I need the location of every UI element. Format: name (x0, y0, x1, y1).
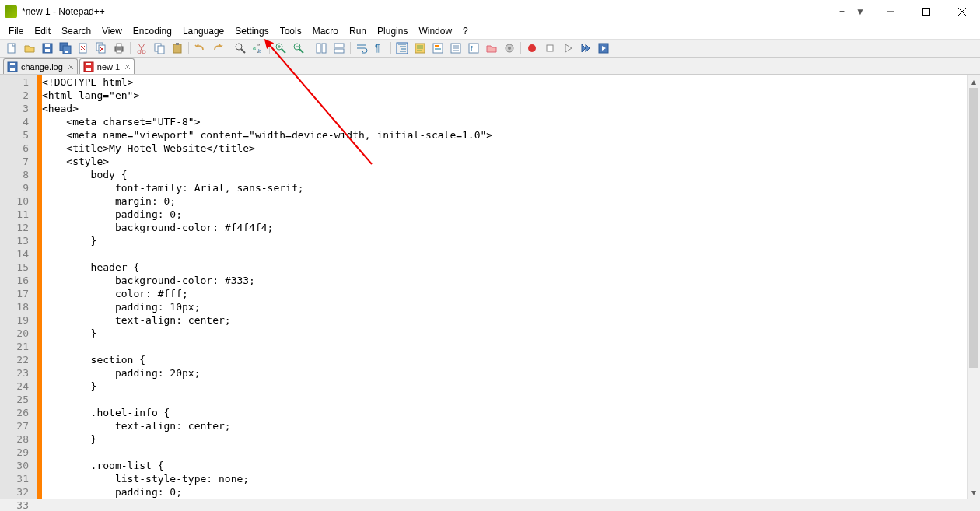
cut-icon[interactable] (133, 40, 150, 56)
print-icon[interactable] (110, 40, 128, 56)
func-list-icon[interactable]: f (465, 40, 482, 56)
paste-icon[interactable] (169, 40, 186, 56)
aux-window-buttons: + ▼ (839, 6, 865, 17)
toolbar-separator (520, 42, 521, 54)
menu-search[interactable]: Search (56, 24, 96, 38)
save-all-icon[interactable] (57, 40, 74, 56)
save-play-icon[interactable] (595, 40, 612, 56)
svg-point-40 (528, 44, 536, 52)
redo-icon[interactable] (209, 40, 226, 56)
folder-icon[interactable] (483, 40, 500, 56)
svg-rect-19 (176, 43, 179, 45)
vertical-scrollbar[interactable]: ▴ ▾ (967, 75, 980, 499)
show-all-icon[interactable]: ¶ (371, 40, 388, 56)
menu-window[interactable]: Window (413, 24, 457, 38)
zoom-in-icon[interactable] (272, 40, 289, 56)
line-number-gutter[interactable]: 1234567891011121314151617181920212223242… (0, 75, 37, 499)
tab-new1[interactable]: new 1 (79, 58, 135, 74)
fastforward-icon[interactable] (577, 40, 594, 56)
tab-bar: change.log new 1 (0, 58, 980, 75)
code-area[interactable]: <!DOCTYPE html><html lang="en"><head> <m… (42, 75, 980, 499)
open-file-icon[interactable] (21, 40, 38, 56)
svg-rect-44 (10, 68, 15, 71)
svg-rect-4 (45, 44, 50, 47)
sync-h-icon[interactable] (331, 40, 348, 56)
menu-language[interactable]: Language (177, 24, 229, 38)
scroll-down-icon[interactable]: ▾ (968, 485, 980, 499)
minimize-button[interactable] (873, 0, 908, 23)
scrollbar-thumb[interactable] (969, 88, 978, 368)
save-icon[interactable] (39, 40, 56, 56)
svg-rect-0 (923, 9, 930, 16)
svg-point-20 (236, 44, 242, 50)
tab-close-icon[interactable] (66, 62, 75, 72)
menu-settings[interactable]: Settings (229, 24, 274, 38)
doc-list-icon[interactable] (447, 40, 464, 56)
svg-rect-7 (65, 51, 68, 53)
menu-run[interactable]: Run (344, 24, 372, 38)
svg-point-14 (138, 51, 141, 54)
maximize-button[interactable] (908, 0, 944, 23)
save-state-saved-icon (7, 61, 18, 72)
window-controls (873, 0, 980, 23)
tab-label: new 1 (97, 62, 120, 72)
udl-icon[interactable] (411, 40, 429, 56)
svg-rect-45 (10, 63, 15, 65)
word-wrap-icon[interactable] (353, 40, 370, 56)
menu-encoding[interactable]: Encoding (128, 24, 177, 38)
toolbar-separator (229, 42, 229, 54)
toolbar-separator (390, 42, 391, 54)
menu-help[interactable]: ? (457, 24, 474, 38)
plus-icon[interactable]: + (839, 6, 845, 17)
scroll-up-icon[interactable]: ▴ (968, 75, 980, 88)
copy-icon[interactable] (151, 40, 168, 56)
svg-rect-33 (435, 45, 439, 47)
svg-rect-41 (547, 45, 553, 51)
record-icon[interactable] (523, 40, 541, 56)
close-all-icon[interactable] (93, 40, 110, 56)
tab-label: change.log (21, 62, 63, 72)
svg-point-39 (508, 47, 511, 50)
close-button[interactable] (944, 0, 980, 23)
sync-v-icon[interactable] (313, 40, 330, 56)
menu-view[interactable]: View (96, 24, 128, 38)
toolbar-separator (310, 42, 310, 54)
replace-icon[interactable]: ab (250, 40, 267, 56)
zoom-out-icon[interactable] (290, 40, 307, 56)
menu-macro[interactable]: Macro (307, 24, 344, 38)
title-bar: *new 1 - Notepad++ + ▼ (0, 0, 980, 23)
menu-edit[interactable]: Edit (29, 24, 56, 38)
editor: 1234567891011121314151617181920212223242… (0, 75, 980, 499)
indent-guide-icon[interactable] (394, 40, 411, 56)
tab-changelog[interactable]: change.log (3, 58, 78, 74)
svg-rect-18 (173, 44, 181, 53)
monitor-icon[interactable] (501, 40, 518, 56)
status-bar (0, 499, 980, 511)
doc-map-icon[interactable] (429, 40, 446, 56)
toolbar: ab ¶ f (0, 39, 980, 58)
dropdown-icon[interactable]: ▼ (856, 6, 865, 17)
tab-close-icon[interactable] (123, 62, 132, 72)
svg-text:¶: ¶ (375, 43, 380, 54)
svg-rect-27 (334, 44, 344, 47)
svg-rect-28 (334, 49, 344, 53)
app-icon (5, 5, 17, 18)
stop-icon[interactable] (541, 40, 558, 56)
svg-rect-34 (435, 48, 441, 50)
svg-rect-12 (117, 44, 121, 47)
menu-bar: File Edit Search View Encoding Language … (0, 23, 980, 39)
menu-file[interactable]: File (3, 24, 29, 38)
svg-rect-25 (317, 44, 320, 53)
toolbar-separator (130, 42, 131, 54)
menu-tools[interactable]: Tools (275, 24, 307, 38)
save-state-unsaved-icon (83, 61, 94, 72)
svg-rect-3 (45, 49, 50, 52)
close-icon[interactable] (75, 40, 92, 56)
menu-plugins[interactable]: Plugins (372, 24, 413, 38)
toolbar-separator (269, 42, 270, 54)
play-icon[interactable] (559, 40, 576, 56)
find-icon[interactable] (232, 40, 249, 56)
new-file-icon[interactable] (3, 40, 20, 56)
svg-rect-26 (322, 44, 326, 53)
undo-icon[interactable] (191, 40, 208, 56)
